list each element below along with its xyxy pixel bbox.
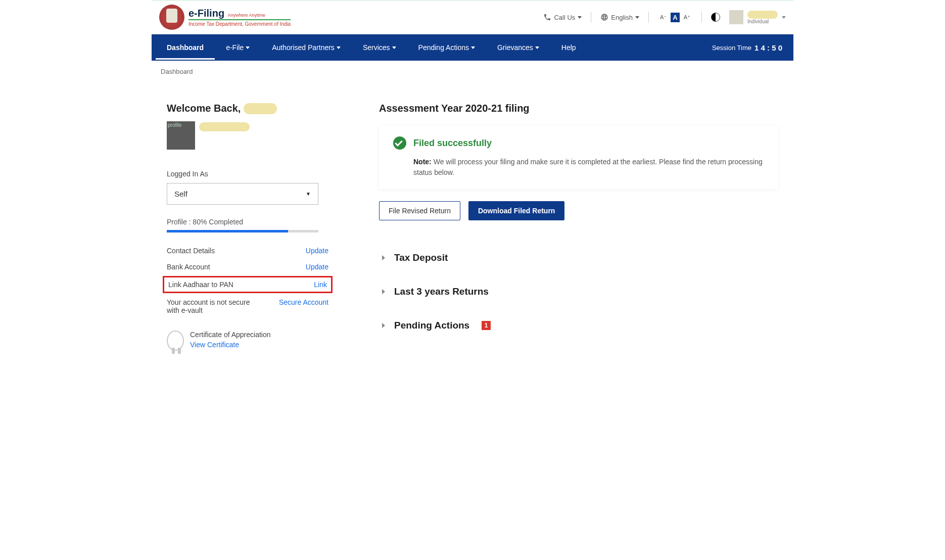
detail-row-aadhaar-highlighted: Link Aadhaar to PAN Link <box>163 276 333 293</box>
language-selector[interactable]: English <box>600 13 639 21</box>
chevron-down-icon <box>471 46 475 49</box>
chevron-down-icon <box>782 16 786 19</box>
update-contact-link[interactable]: Update <box>306 247 328 255</box>
update-bank-link[interactable]: Update <box>306 263 328 271</box>
font-size-controls: A⁻ A A⁺ <box>658 13 692 22</box>
logo-title: e-Filing <box>188 8 224 19</box>
progress-fill <box>167 230 288 232</box>
session-time: Session Time 1 4 : 5 0 <box>712 43 789 52</box>
file-revised-return-button[interactable]: File Revised Return <box>379 201 460 220</box>
globe-icon <box>600 13 608 21</box>
profile-picture: profile <box>167 121 195 150</box>
check-circle-icon <box>393 136 406 150</box>
call-us-label: Call Us <box>554 14 575 21</box>
logo-block: e-Filing Anywhere Anytime Income Tax Dep… <box>159 5 291 30</box>
detail-row-bank: Bank Account Update <box>167 259 328 275</box>
pending-count-badge: 1 <box>482 321 491 330</box>
user-role-label: Individual <box>747 19 778 24</box>
chevron-right-icon <box>382 255 385 260</box>
nav-label: Dashboard <box>167 43 204 52</box>
nav-label: Services <box>363 43 390 52</box>
nav-label: Grievances <box>497 43 533 52</box>
profile-label: Profile : <box>167 218 191 226</box>
logo-tagline: Anywhere Anytime <box>228 13 266 18</box>
download-filed-return-button[interactable]: Download Filed Return <box>468 201 564 220</box>
user-menu[interactable]: Individual <box>729 10 786 24</box>
detail-label: Bank Account <box>167 263 210 271</box>
detail-row-contact: Contact Details Update <box>167 243 328 259</box>
session-digits: 1 4 : 5 0 <box>754 43 782 52</box>
link-aadhaar-link[interactable]: Link <box>314 281 327 289</box>
page-title: Assessment Year 2020-21 filing <box>379 103 778 114</box>
filing-status-card: Filed successfully Note: We will process… <box>379 125 778 189</box>
divider <box>591 12 591 23</box>
view-certificate-link[interactable]: View Certificate <box>190 341 271 349</box>
detail-label: Link Aadhaar to PAN <box>168 281 233 289</box>
chevron-down-icon <box>535 46 539 49</box>
nav-label: Pending Actions <box>418 43 469 52</box>
profile-completion: Profile : 80% Completed <box>167 218 349 226</box>
chevron-down-icon <box>578 16 582 19</box>
user-id-redacted <box>199 122 250 131</box>
accordion-title: Pending Actions <box>394 320 469 331</box>
main-nav: Dashboard e-File Authorised Partners Ser… <box>152 34 793 61</box>
accordion-title: Last 3 years Returns <box>394 286 489 297</box>
certificate-block: Certificate of Appreciation View Certifi… <box>167 331 349 351</box>
accordion-last-3-years[interactable]: Last 3 years Returns <box>379 274 778 308</box>
welcome-prefix: Welcome Back, <box>167 103 241 114</box>
detail-row-evault: Your account is not secure with e-vault … <box>167 294 328 318</box>
logo-subtitle: Income Tax Department, Government of Ind… <box>188 19 291 27</box>
nav-efile[interactable]: e-File <box>215 35 261 60</box>
divider <box>701 12 702 23</box>
nav-dashboard[interactable]: Dashboard <box>156 35 215 60</box>
divider <box>648 12 649 23</box>
font-large-button[interactable]: A⁺ <box>682 13 692 22</box>
accordion-pending-actions[interactable]: Pending Actions 1 <box>379 308 778 342</box>
certificate-badge-icon <box>167 331 184 351</box>
chevron-right-icon <box>382 323 385 328</box>
breadcrumb: Dashboard <box>152 61 793 82</box>
emblem-icon <box>159 5 184 30</box>
user-name-redacted <box>244 103 277 114</box>
note-label: Note: <box>413 158 432 166</box>
progress-bar <box>167 230 318 232</box>
nav-services[interactable]: Services <box>352 35 407 60</box>
chevron-down-icon <box>635 16 639 19</box>
logged-in-as-label: Logged In As <box>167 170 349 178</box>
nav-pending-actions[interactable]: Pending Actions <box>407 35 486 60</box>
chevron-right-icon <box>382 289 385 294</box>
note-text: We will process your filing and make sur… <box>413 158 763 176</box>
chevron-down-icon <box>392 46 396 49</box>
font-medium-button[interactable]: A <box>671 13 679 22</box>
nav-grievances[interactable]: Grievances <box>486 35 550 60</box>
font-small-button[interactable]: A⁻ <box>658 13 669 22</box>
status-title: Filed successfully <box>413 138 492 149</box>
call-us-button[interactable]: Call Us <box>543 13 582 21</box>
nav-label: e-File <box>226 43 244 52</box>
detail-label: Contact Details <box>167 247 215 255</box>
detail-label: Your account is not secure with e-vault <box>167 298 258 314</box>
profile-alt-text: profile <box>168 122 181 128</box>
language-label: English <box>611 14 633 21</box>
chevron-down-icon <box>246 46 250 49</box>
select-value: Self <box>174 190 187 198</box>
profile-percent: 80% Completed <box>193 218 243 226</box>
status-note: Note: We will process your filing and ma… <box>413 157 764 178</box>
certificate-label: Certificate of Appreciation <box>190 331 271 339</box>
contrast-toggle-icon[interactable] <box>711 13 720 22</box>
nav-label: Help <box>561 43 576 52</box>
accordion-title: Tax Deposit <box>394 252 448 263</box>
nav-label: Authorised Partners <box>272 43 335 52</box>
accordion-tax-deposit[interactable]: Tax Deposit <box>379 241 778 274</box>
phone-icon <box>543 13 551 21</box>
secure-account-link[interactable]: Secure Account <box>279 298 328 306</box>
logged-in-as-select[interactable]: Self ▼ <box>167 183 318 205</box>
nav-help[interactable]: Help <box>550 35 587 60</box>
top-header: e-Filing Anywhere Anytime Income Tax Dep… <box>152 0 793 34</box>
nav-authorised-partners[interactable]: Authorised Partners <box>261 35 352 60</box>
chevron-down-icon <box>337 46 341 49</box>
session-label: Session Time <box>712 44 751 52</box>
avatar <box>729 10 743 24</box>
user-name-redacted <box>747 11 778 19</box>
welcome-heading: Welcome Back, <box>167 103 349 114</box>
